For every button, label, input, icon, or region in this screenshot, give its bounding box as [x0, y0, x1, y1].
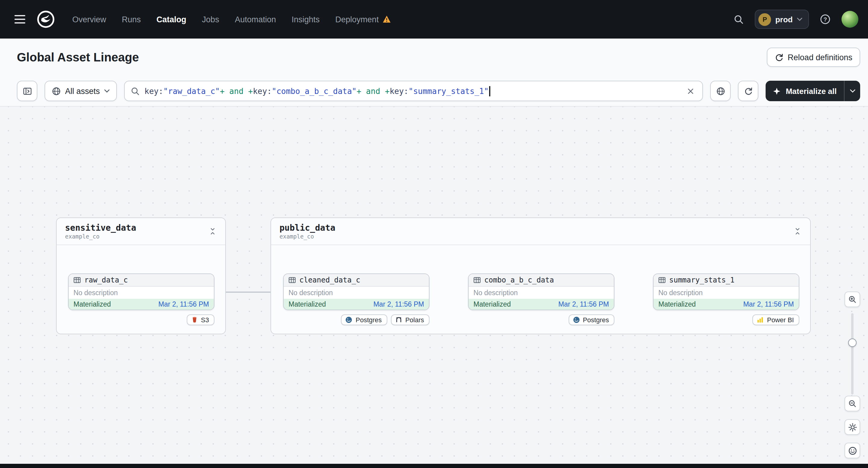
help-button[interactable]: ?	[816, 10, 834, 28]
compute-kind-tag-power-bi[interactable]: Power BI	[753, 314, 799, 325]
reload-definitions-button[interactable]: Reload definitions	[767, 48, 860, 67]
refresh-button[interactable]	[738, 81, 759, 101]
asset-node-header: raw_data_c	[69, 274, 214, 287]
materialize-all-button[interactable]: Materialize all	[766, 81, 860, 101]
query-token: +	[220, 87, 225, 95]
compute-kind-tag-postgres[interactable]: Postgres	[568, 314, 614, 325]
zoom-in-icon	[848, 295, 857, 304]
asset-selection-input[interactable]: key:"raw_data_c"+ and +key:"combo_a_b_c_…	[124, 81, 703, 101]
graph-settings-button[interactable]	[844, 419, 860, 435]
asset-selection-query: key:"raw_data_c"+ and +key:"combo_a_b_c_…	[145, 87, 489, 95]
group-name: public_data	[279, 223, 335, 232]
materialization-timestamp[interactable]: Mar 2, 11:56 PM	[158, 301, 209, 308]
nav-item-runs[interactable]: Runs	[122, 15, 141, 24]
warning-icon	[382, 15, 391, 24]
deployment-switcher[interactable]: P prod	[755, 10, 809, 29]
gear-icon	[848, 423, 857, 432]
tag-label: Polars	[405, 316, 424, 323]
materialize-options-button[interactable]	[844, 81, 860, 101]
reload-icon	[774, 53, 783, 62]
asset-node-summary_stats_1[interactable]: summary_stats_1 No description Materiali…	[653, 274, 799, 310]
nav-item-deployment[interactable]: Deployment	[335, 15, 391, 24]
materialize-icon	[773, 87, 781, 95]
compute-kind-tag-postgres[interactable]: Postgres	[341, 314, 387, 325]
asset-description: No description	[654, 287, 799, 299]
materialize-all-label: Materialize all	[786, 87, 837, 95]
materialization-status: Materialized	[288, 301, 326, 308]
query-token: and	[362, 87, 385, 95]
nav-item-catalog[interactable]: Catalog	[157, 15, 186, 24]
tag-label: S3	[201, 316, 209, 323]
nav-item-label: Jobs	[202, 15, 219, 24]
collapse-group-button[interactable]	[791, 225, 804, 238]
zoom-in-button[interactable]	[844, 291, 860, 307]
postgres-icon	[572, 316, 580, 323]
asset-node-raw_data_c[interactable]: raw_data_c No description Materialized M…	[68, 274, 214, 310]
nav-item-label: Runs	[122, 15, 141, 24]
table-icon	[288, 277, 296, 284]
globe-icon	[52, 87, 61, 95]
user-avatar[interactable]	[841, 11, 858, 28]
asset-node-wrapper: combo_a_b_c_data No description Material…	[468, 274, 614, 325]
lineage-canvas[interactable]: sensitive_data example_co raw_data_c No …	[0, 106, 868, 464]
asset-filter-dropdown[interactable]: All assets	[44, 81, 117, 101]
nav-item-label: Overview	[72, 15, 106, 24]
zoom-out-button[interactable]	[844, 396, 860, 411]
group-name: sensitive_data	[65, 223, 136, 232]
materialization-status: Materialized	[658, 301, 696, 308]
asset-node-combo_a_b_c_data[interactable]: combo_a_b_c_data No description Material…	[468, 274, 614, 310]
asset-node-footer: Materialized Mar 2, 11:56 PM	[469, 299, 614, 310]
window-edge	[0, 464, 868, 468]
query-token: key:	[145, 87, 163, 95]
zoom-slider-handle[interactable]	[848, 339, 857, 347]
nav-item-insights[interactable]: Insights	[291, 15, 319, 24]
query-token: "raw_data_c"	[163, 87, 220, 95]
materialization-status: Materialized	[473, 301, 511, 308]
tag-label: Power BI	[767, 316, 794, 323]
chevron-down-icon	[104, 89, 110, 93]
asset-description: No description	[284, 287, 429, 299]
lineage-toolbar: All assets key:"raw_data_c"+ and +key:"c…	[0, 76, 868, 106]
collapse-group-button[interactable]	[206, 225, 219, 238]
zoom-controls	[844, 291, 860, 458]
compute-kind-tag-polars[interactable]: Polars	[391, 314, 430, 325]
clear-search-button[interactable]	[683, 84, 698, 98]
open-panel-icon	[23, 87, 32, 95]
nav-item-overview[interactable]: Overview	[72, 15, 106, 24]
feedback-button[interactable]	[844, 443, 860, 458]
nav-item-jobs[interactable]: Jobs	[202, 15, 219, 24]
materialization-timestamp[interactable]: Mar 2, 11:56 PM	[743, 301, 794, 308]
zoom-slider-track	[851, 313, 854, 395]
nav-item-label: Automation	[235, 15, 276, 24]
compute-kind-tag-s3[interactable]: S3	[186, 314, 214, 325]
materialize-all-main[interactable]: Materialize all	[766, 81, 844, 101]
polars-icon	[395, 316, 402, 323]
materialization-timestamp[interactable]: Mar 2, 11:56 PM	[558, 301, 609, 308]
table-icon	[473, 277, 481, 284]
nav-item-label: Deployment	[335, 15, 379, 24]
asset-name: summary_stats_1	[669, 276, 735, 284]
dagster-logo-icon[interactable]	[36, 10, 55, 29]
open-panel-button[interactable]	[17, 81, 37, 101]
page-header: Global Asset Lineage Reload definitions	[0, 38, 868, 76]
smiley-icon	[848, 446, 857, 455]
asset-filter-label: All assets	[65, 87, 100, 95]
app: OverviewRunsCatalogJobsAutomationInsight…	[0, 0, 868, 468]
query-token: and	[225, 87, 248, 95]
asset-node-cleaned_data_c[interactable]: cleaned_data_c No description Materializ…	[283, 274, 430, 310]
collapse-icon	[795, 228, 801, 235]
materialization-timestamp[interactable]: Mar 2, 11:56 PM	[373, 301, 424, 308]
deployment-name: prod	[775, 15, 793, 24]
asset-name: cleaned_data_c	[299, 276, 360, 284]
nav-item-label: Insights	[291, 15, 319, 24]
nav-item-automation[interactable]: Automation	[235, 15, 276, 24]
asset-description: No description	[69, 287, 214, 299]
search-button[interactable]	[730, 10, 747, 28]
query-token: "summary_stats_1"	[408, 87, 489, 95]
query-token: key:	[253, 87, 272, 95]
zoom-slider[interactable]	[844, 313, 860, 395]
collapse-icon	[210, 228, 216, 235]
lineage-view-button[interactable]	[711, 81, 731, 101]
menu-button[interactable]	[10, 9, 30, 30]
reload-label: Reload definitions	[787, 53, 852, 62]
